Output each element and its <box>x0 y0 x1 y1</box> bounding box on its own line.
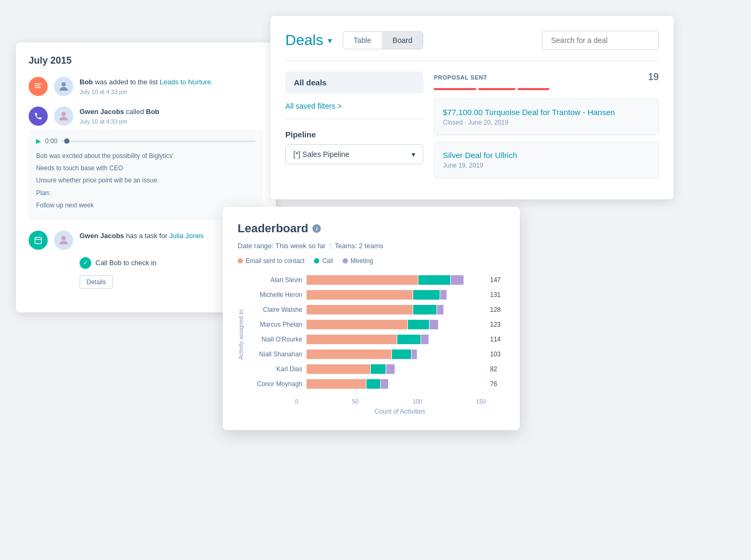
bar-row-3: Marcus Phelan123 <box>249 320 505 329</box>
deal-search-input[interactable] <box>542 31 659 50</box>
deal-amount-2: Silver Deal for Ullrich <box>443 151 650 160</box>
legend-dot-meeting <box>343 258 348 264</box>
seg-row-1 <box>307 290 447 300</box>
activity-content-1: Bob was added to the list Leads to Nurtu… <box>80 77 263 95</box>
bar-seg-teal-0 <box>418 275 450 285</box>
details-button[interactable]: Details <box>80 275 113 289</box>
bar-seg-salmon-6 <box>307 364 370 374</box>
saved-filters-link[interactable]: All saved filters > <box>285 102 423 119</box>
bars-wrap-1 <box>307 290 486 300</box>
phone-icon <box>34 112 42 120</box>
legend-meeting-label: Meeting <box>351 257 373 265</box>
activity-time-1: July 10 at 4:33 pm <box>80 89 263 95</box>
deals-card: Deals ▾ Table Board All deals All saved … <box>270 16 674 199</box>
avatar-gwen-2 <box>54 231 73 250</box>
bar-row-2: Claire Walshe128 <box>249 305 505 314</box>
bars-wrap-3 <box>307 320 486 329</box>
bar-seg-teal-7 <box>366 379 380 389</box>
board-view-button[interactable]: Board <box>382 32 423 49</box>
activity-time-2: July 10 at 4:33 pm <box>80 118 263 125</box>
audio-progress-bar[interactable] <box>62 141 256 142</box>
seg-row-6 <box>307 364 395 374</box>
bars-wrap-5 <box>307 349 486 359</box>
deal-amount-1: $77,100.00 Turquoise Deal for Trantow - … <box>443 108 650 117</box>
seg-row-0 <box>307 275 464 285</box>
bar-seg-teal-1 <box>413 290 440 300</box>
note-line-2: Needs to touch base with CEO <box>36 163 256 173</box>
bar-label-1: Michelle Heron <box>249 291 302 299</box>
bar-seg-purple-7 <box>381 379 388 389</box>
bar-total-1: 131 <box>490 291 505 299</box>
legend-meeting: Meeting <box>343 257 373 265</box>
deals-divider <box>285 60 659 61</box>
bar-row-1: Michelle Heron131 <box>249 290 505 300</box>
check-icon: ✓ <box>80 257 91 269</box>
bar-seg-salmon-0 <box>307 275 418 285</box>
bar-seg-teal-5 <box>392 349 411 359</box>
y-axis-label: Activity assigned to <box>238 275 245 394</box>
pbar-2 <box>478 88 516 90</box>
leaderboard-card: Leaderboard i Date range: This week so f… <box>223 207 520 430</box>
legend-dot-call <box>314 258 319 264</box>
bar-label-7: Conor Moynagh <box>249 380 302 388</box>
bar-seg-teal-4 <box>397 335 421 344</box>
deal-status-1: Closed <box>443 119 462 126</box>
deal-card-1[interactable]: $77,100.00 Turquoise Deal for Trantow - … <box>434 99 659 135</box>
julia-jones-link[interactable]: Julia Jones <box>169 232 204 240</box>
bar-label-3: Marcus Phelan <box>249 321 302 328</box>
audio-thumb <box>64 138 69 144</box>
x-axis-title: Count of Activities <box>295 408 505 415</box>
deals-title: Deals ▾ <box>285 32 332 49</box>
pipeline-dropdown-chevron: ▾ <box>412 150 415 159</box>
list-icon-circle <box>29 77 48 96</box>
bar-row-4: Niall O'Rourke114 <box>249 335 505 344</box>
bar-seg-salmon-5 <box>307 349 391 359</box>
activity-item-call: Gwen Jacobs called Bob July 10 at 4:33 p… <box>29 107 263 220</box>
teams-label: Teams: 2 teams <box>335 242 383 250</box>
bar-total-0: 147 <box>490 276 505 284</box>
seg-row-5 <box>307 349 417 359</box>
bar-seg-salmon-4 <box>307 335 397 344</box>
bars-wrap-2 <box>307 305 486 314</box>
proposal-bars <box>434 88 659 90</box>
deals-dropdown-chevron[interactable]: ▾ <box>328 36 332 46</box>
audio-player: ▶ 0:00 <box>36 137 256 145</box>
bars-wrap-4 <box>307 335 486 344</box>
seg-row-3 <box>307 320 438 329</box>
bar-seg-teal-3 <box>408 320 429 329</box>
pbar-1 <box>434 88 476 90</box>
deal-card-2[interactable]: Silver Deal for Ullrich June 19, 2019 <box>434 142 659 178</box>
legend-call-label: Call <box>322 257 333 265</box>
svg-rect-5 <box>35 238 41 244</box>
play-icon[interactable]: ▶ <box>36 137 41 145</box>
table-view-button[interactable]: Table <box>343 32 382 49</box>
note-line-3: Unsure whether price point will be an is… <box>36 176 256 186</box>
x-tick-150: 150 <box>476 398 486 405</box>
svg-point-4 <box>62 112 66 116</box>
bar-seg-salmon-7 <box>307 379 366 389</box>
bar-seg-teal-2 <box>413 305 436 314</box>
task-icon-circle <box>29 231 48 250</box>
seg-row-7 <box>307 379 388 389</box>
bar-seg-purple-3 <box>430 320 438 329</box>
bar-seg-salmon-3 <box>307 320 407 329</box>
bars-wrap-6 <box>307 364 486 374</box>
activity-content-2: Gwen Jacobs called Bob July 10 at 4:33 p… <box>80 107 263 125</box>
legend-email: Email sent to contact <box>238 257 304 265</box>
deal-date-2: June 19, 2019 <box>443 162 650 169</box>
deals-main: PROPOSAL SENT 19 $77,100.00 Turquoise De… <box>434 72 659 185</box>
svg-rect-2 <box>34 88 41 89</box>
pipeline-select[interactable]: [*] Sales Pipeline ▾ <box>285 144 423 164</box>
note-line-4: Plan: <box>36 188 256 198</box>
deals-sidebar: All deals All saved filters > Pipeline [… <box>285 72 423 185</box>
x-axis: 0 50 100 150 <box>295 398 505 405</box>
bar-total-5: 103 <box>490 351 505 358</box>
all-deals-button[interactable]: All deals <box>285 72 423 93</box>
activity-text-1: Bob was added to the list Leads to Nurtu… <box>80 77 263 88</box>
x-tick-0: 0 <box>295 398 298 405</box>
activity-month: July 2015 <box>29 55 263 66</box>
leads-nurture-link[interactable]: Leads to Nurture. <box>160 78 213 86</box>
info-icon[interactable]: i <box>312 224 321 233</box>
bar-seg-salmon-2 <box>307 305 413 314</box>
bar-label-5: Niall Shanahan <box>249 351 302 358</box>
